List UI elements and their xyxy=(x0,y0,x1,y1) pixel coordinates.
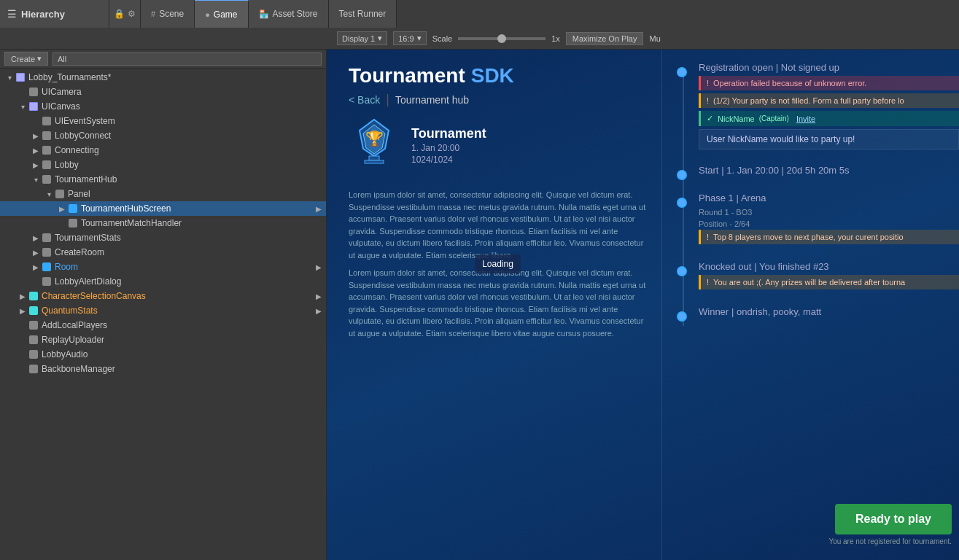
tree-item-tournament-match-handler[interactable]: TournamentMatchHandler xyxy=(0,216,326,230)
main-content: Create ▾ ▾ Lobby_Tournaments* UICamera ▾ xyxy=(0,50,959,560)
winner-names: | ondrish, pooky, matt xyxy=(731,306,821,317)
knocked-out-warning: ! You are out ;(. Any prizes will be del… xyxy=(699,275,959,289)
tree-item-tournament-hub-screen[interactable]: ▶ TournamentHubScreen ▶ xyxy=(0,201,326,216)
create-room-label: CreateRoom xyxy=(55,247,104,257)
knocked-out-section: Knocked out | You finished #23 ! You are… xyxy=(677,260,959,306)
connecting-label: Connecting xyxy=(55,145,99,155)
timeline: Registration open | Not signed up ! Oper… xyxy=(662,61,959,333)
character-selection-icon xyxy=(28,290,39,302)
ui-event-label: UIEventSystem xyxy=(55,116,115,126)
tournament-panel: Tournament SDK < Back | Tournament hub 🏆 xyxy=(327,50,959,560)
tree-item-replay-uploader[interactable]: ReplayUploader xyxy=(0,332,326,347)
display-selector[interactable]: Display 1 ▾ xyxy=(337,31,387,45)
tournament-stats-icon xyxy=(41,232,53,244)
panel-label: Panel xyxy=(68,189,90,199)
tournament-stats-label: TournamentStats xyxy=(55,233,121,243)
create-room-icon xyxy=(41,246,53,258)
tournament-right: Registration open | Not signed up ! Oper… xyxy=(662,50,959,560)
ready-btn-container: Ready to play You are not registered for… xyxy=(662,497,959,553)
display-arrow: ▾ xyxy=(378,34,382,43)
knocked-out-text: You are out ;(. Any prizes will be deliv… xyxy=(713,278,905,287)
ui-event-icon xyxy=(41,115,53,127)
invite-btn[interactable]: Invite xyxy=(796,114,815,123)
round-info: Round 1 - BO3 xyxy=(699,206,959,218)
tree-item-lobby-alert[interactable]: LobbyAlertDialog xyxy=(0,274,326,289)
tree-item-panel[interactable]: ▾ Panel xyxy=(0,187,326,201)
tree-item-add-local-players[interactable]: AddLocalPlayers xyxy=(0,318,326,332)
tree-item-ui-camera[interactable]: UICamera xyxy=(0,85,326,99)
hierarchy-title: Hierarchy xyxy=(21,9,65,20)
lobby-connect-icon xyxy=(41,130,53,141)
svg-text:🏆: 🏆 xyxy=(365,130,384,147)
tree-item-character-selection[interactable]: ▶ CharacterSelectionCanvas ▶ xyxy=(0,289,326,303)
char-expand-icon: ▶ xyxy=(316,292,322,300)
tree-root[interactable]: ▾ Lobby_Tournaments* xyxy=(0,70,326,85)
lock-icon: 🔒 xyxy=(114,9,125,19)
display-label: Display 1 xyxy=(342,34,375,43)
panel-controls: 🔒 ⚙ xyxy=(109,0,141,28)
lobby-alert-icon xyxy=(41,276,53,287)
tree-item-ui-event[interactable]: UIEventSystem xyxy=(0,114,326,128)
tab-asset-store[interactable]: 🏪 Asset Store xyxy=(249,0,329,28)
description-text1: Lorem ipsum dolor sit amet, consectetur … xyxy=(349,189,647,261)
tree-item-lobby-connect[interactable]: ▶ LobbyConnect xyxy=(0,128,326,143)
ratio-selector[interactable]: 16:9 ▾ xyxy=(393,31,426,45)
quantum-expand-icon: ▶ xyxy=(316,307,322,315)
tournament-nav: < Back | Tournament hub xyxy=(349,92,647,107)
phase1-dot xyxy=(677,198,687,208)
tree-item-backbone-manager[interactable]: BackboneManager xyxy=(0,362,326,376)
tree-item-create-room[interactable]: ▶ CreateRoom xyxy=(0,245,326,260)
tree-item-room[interactable]: ▶ Room ▶ xyxy=(0,260,326,274)
character-selection-label: CharacterSelectionCanvas xyxy=(42,291,146,301)
ready-to-play-button[interactable]: Ready to play xyxy=(835,504,952,534)
tab-game[interactable]: ● Game xyxy=(195,0,248,28)
error-icon: ! xyxy=(707,79,709,88)
ready-sub-text: You are not registered for tournament. xyxy=(828,537,952,545)
tree-item-tournament-hub[interactable]: ▾ TournamentHub xyxy=(0,172,326,187)
tree-item-connecting[interactable]: ▶ Connecting xyxy=(0,143,326,158)
error-text: Operation failed because of unknown erro… xyxy=(713,79,866,88)
tournament-word: Tournament xyxy=(349,64,465,88)
add-local-label: AddLocalPlayers xyxy=(42,320,107,330)
knocked-out-label: Knocked out xyxy=(699,261,751,272)
tournament-hub-screen-icon xyxy=(67,203,79,214)
hierarchy-search[interactable] xyxy=(53,52,322,66)
tab-test-runner-label: Test Runner xyxy=(339,9,387,19)
hierarchy-header: ☰ Hierarchy xyxy=(0,0,109,28)
tournament-name: Tournament xyxy=(411,126,486,141)
tournament-match-icon xyxy=(67,217,79,229)
expand-right-icon: ▶ xyxy=(316,205,322,213)
tournament-hub-label: TournamentHub xyxy=(55,174,117,184)
tab-scene-label: Scene xyxy=(159,9,184,19)
hierarchy-toolbar: Create ▾ xyxy=(0,50,326,69)
lobby-icon xyxy=(41,159,53,171)
tree-item-quantum-stats[interactable]: ▶ QuantumStats ▶ xyxy=(0,303,326,318)
tree-item-lobby[interactable]: ▶ Lobby xyxy=(0,158,326,172)
warning-icon: ! xyxy=(707,96,709,105)
tree-item-lobby-audio[interactable]: LobbyAudio xyxy=(0,347,326,362)
description-text2: Lorem ipsum dolor sit amet, consectetur … xyxy=(349,267,647,339)
start-label: Start xyxy=(699,165,718,176)
lobby-audio-label: LobbyAudio xyxy=(42,349,88,359)
scale-label: Scale xyxy=(432,34,453,43)
lobby-alert-label: LobbyAlertDialog xyxy=(55,276,121,287)
party-request-bar: User NickName would like to party up! xyxy=(699,129,959,149)
root-label: Lobby_Tournaments* xyxy=(28,72,111,82)
tab-test-runner[interactable]: Test Runner xyxy=(329,0,397,28)
add-local-icon xyxy=(28,319,39,331)
tournament-players: 1024/1024 xyxy=(411,155,486,165)
create-button[interactable]: Create ▾ xyxy=(4,52,48,66)
quantum-stats-icon xyxy=(28,305,39,316)
hamburger-icon: ☰ xyxy=(7,8,17,20)
tree-item-ui-canvas[interactable]: ▾ UICanvas xyxy=(0,99,326,114)
ui-canvas-label: UICanvas xyxy=(42,101,80,112)
tab-asset-store-label: Asset Store xyxy=(273,9,318,19)
winner-section: Winner | ondrish, pooky, matt xyxy=(677,306,959,333)
svg-rect-3 xyxy=(369,156,379,160)
tree-item-tournament-stats[interactable]: ▶ TournamentStats xyxy=(0,230,326,245)
maximize-button[interactable]: Maximize On Play xyxy=(566,32,644,45)
checkmark-icon: ✓ xyxy=(707,114,713,123)
back-link[interactable]: < Back xyxy=(349,94,380,106)
tab-scene[interactable]: # Scene xyxy=(141,0,195,28)
scale-slider[interactable] xyxy=(458,37,545,40)
